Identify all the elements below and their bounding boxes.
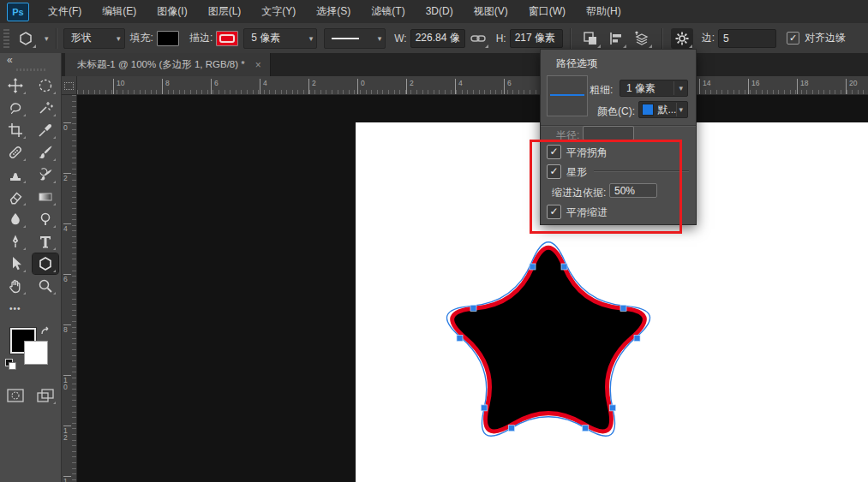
align-edges-checkbox[interactable]: ✓ (787, 32, 799, 45)
stroke-label: 描边: (189, 31, 213, 45)
menu-3d[interactable]: 3D(D) (416, 0, 464, 23)
gradient-tool[interactable] (33, 187, 58, 207)
type-tool[interactable] (33, 231, 58, 252)
menu-file[interactable]: 文件(F) (38, 0, 92, 23)
options-bar-grip[interactable] (3, 29, 9, 48)
crop-tool[interactable] (3, 120, 28, 140)
zoom-tool[interactable] (33, 276, 58, 296)
options-bar: ▾ 形状 ▾ 填充: 描边: 5 像素 ▾ ▾ W: 226.84 像 H: 2… (0, 23, 868, 54)
lasso-tool[interactable] (3, 98, 28, 118)
annotation-highlight-box (530, 140, 682, 234)
path-color-label: 颜色(C): (597, 104, 635, 119)
menu-image[interactable]: 图像(I) (147, 0, 197, 23)
path-preview (547, 75, 588, 116)
color-swatches (5, 328, 55, 372)
sides-field[interactable]: 5 (718, 29, 776, 48)
spot-healing-brush-tool[interactable] (3, 142, 28, 163)
path-preview-line (550, 94, 584, 96)
chevron-down-icon: ▾ (676, 103, 685, 116)
menu-edit[interactable]: 编辑(E) (92, 0, 147, 23)
link-dimensions-icon[interactable] (467, 28, 489, 49)
thickness-dropdown[interactable]: 1 像素 ▾ (620, 80, 688, 97)
chevron-down-icon: ▾ (673, 81, 685, 95)
stroke-style-dropdown[interactable]: ▾ (324, 28, 386, 49)
path-operations-icon[interactable] (579, 28, 602, 49)
document-tab[interactable]: 未标题-1 @ 100% (多边形 1, RGB/8) * × (65, 53, 271, 76)
dodge-tool[interactable] (33, 209, 58, 229)
close-icon[interactable]: × (255, 59, 261, 71)
pen-tool[interactable] (3, 231, 28, 252)
brush-tool[interactable] (33, 142, 58, 163)
edit-toolbar-icon[interactable]: ••• (3, 298, 28, 318)
height-field[interactable]: 217 像素 (510, 29, 563, 48)
default-colors-icon[interactable] (5, 359, 16, 369)
collapse-toolbar-icon[interactable]: « (0, 53, 61, 66)
sides-label: 边: (702, 31, 715, 45)
clone-stamp-tool[interactable] (3, 164, 28, 185)
polygon-tool[interactable] (33, 253, 58, 274)
menu-type[interactable]: 文字(Y) (251, 0, 306, 23)
background-color-swatch[interactable] (24, 341, 48, 365)
menu-view[interactable]: 视图(V) (464, 0, 518, 23)
horizontal-ruler: 10 8 6 4 2 0 2 4 6 8 10 12 14 16 18 20 (77, 76, 868, 95)
path-selection-tool[interactable] (3, 253, 28, 274)
blur-tool[interactable] (3, 209, 28, 229)
document-tab-bar: 未标题-1 @ 100% (多边形 1, RGB/8) * × (62, 53, 868, 76)
tools-panel: « (0, 53, 62, 482)
menu-layer[interactable]: 图层(L) (198, 0, 252, 23)
swap-colors-icon[interactable] (39, 326, 53, 338)
path-color-value: 默... (657, 103, 676, 117)
hand-tool[interactable] (3, 276, 28, 296)
history-brush-tool[interactable] (33, 164, 58, 185)
eyedropper-tool[interactable] (33, 120, 58, 140)
quick-mask-icon[interactable] (3, 385, 28, 406)
ruler-corner[interactable] (62, 76, 77, 95)
photoshop-window: Ps 文件(F) 编辑(E) 图像(I) 图层(L) 文字(Y) 选择(S) 滤… (0, 0, 868, 482)
thickness-label: 粗细: (590, 83, 613, 98)
move-tool[interactable] (3, 75, 28, 96)
thickness-value: 1 像素 (626, 81, 655, 96)
stroke-width-dropdown[interactable]: 5 像素 ▾ (243, 28, 317, 49)
photoshop-logo: Ps (7, 3, 29, 21)
screen-mode-icon[interactable] (33, 385, 58, 406)
chevron-down-icon: ▾ (117, 34, 121, 43)
fill-swatch[interactable] (157, 31, 179, 46)
vertical-ruler: 0 2 4 6 8 10 12 14 (62, 95, 77, 482)
toolbar-grip[interactable] (16, 68, 45, 71)
shape-settings-gear-icon[interactable] (671, 28, 693, 49)
magic-wand-tool[interactable] (33, 98, 58, 118)
path-arrangement-icon[interactable] (631, 28, 653, 49)
tool-mode-dropdown[interactable]: 形状 ▾ (63, 28, 125, 49)
menu-help[interactable]: 帮助(H) (576, 0, 632, 23)
path-color-chip (642, 104, 654, 116)
eraser-tool[interactable] (3, 187, 28, 207)
align-edges-label: 对齐边缘 (805, 31, 846, 45)
path-alignment-icon[interactable] (605, 28, 627, 49)
stroke-swatch[interactable] (216, 31, 238, 46)
tool-mode-value: 形状 (71, 31, 92, 45)
panel-title: 路径选项 (556, 57, 597, 71)
menu-window[interactable]: 窗口(W) (518, 0, 576, 23)
radius-field[interactable] (583, 126, 634, 140)
document-title: 未标题-1 @ 100% (多边形 1, RGB/8) * (77, 58, 245, 71)
solid-line-icon (332, 38, 359, 39)
chevron-down-icon: ▾ (378, 34, 382, 43)
tool-preset-polygon-icon[interactable] (15, 28, 37, 49)
menu-filter[interactable]: 滤镜(T) (361, 0, 415, 23)
menu-select[interactable]: 选择(S) (306, 0, 361, 23)
menu-bar: Ps 文件(F) 编辑(E) 图像(I) 图层(L) 文字(Y) 选择(S) 滤… (0, 0, 868, 24)
width-label: W: (394, 33, 406, 45)
height-label: H: (496, 33, 506, 45)
tool-preset-chevron-icon[interactable]: ▾ (45, 34, 49, 43)
width-field[interactable]: 226.84 像 (410, 29, 465, 48)
ruler-origin-icon (64, 82, 74, 90)
fill-label: 填充: (130, 31, 153, 45)
path-color-dropdown[interactable]: 默... ▾ (638, 101, 688, 118)
stroke-width-value: 5 像素 (251, 31, 280, 45)
elliptical-marquee-tool[interactable] (33, 75, 58, 96)
chevron-down-icon: ▾ (309, 34, 314, 43)
